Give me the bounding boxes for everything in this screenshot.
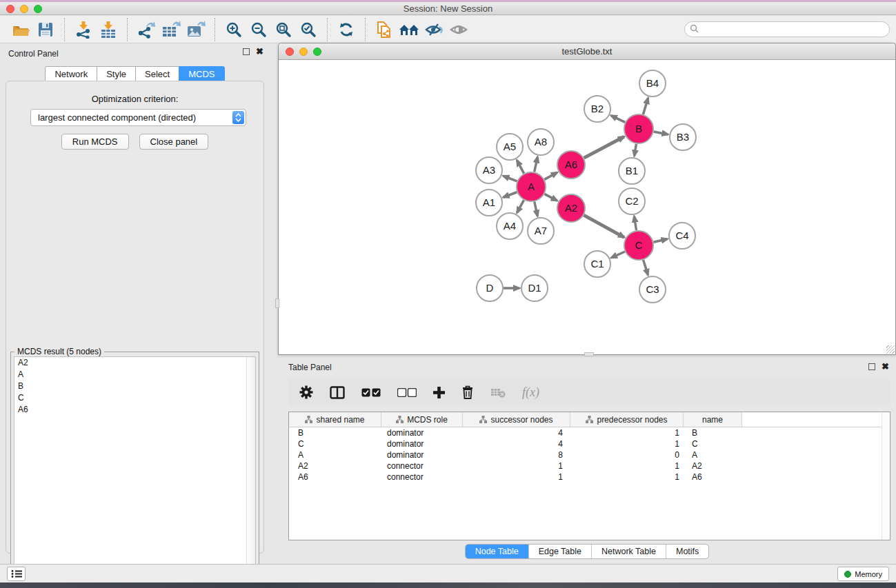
tab-network-table[interactable]: Network Table — [591, 545, 666, 558]
tab-node-table[interactable]: Node Table — [466, 545, 528, 558]
main-titlebar[interactable]: Session: New Session — [0, 2, 896, 15]
close-panel-icon[interactable]: ✖ — [256, 48, 263, 55]
close-panel-button[interactable]: Close panel — [139, 134, 209, 150]
list-scrollbar[interactable] — [246, 357, 255, 582]
edge-A-A3[interactable] — [503, 176, 517, 181]
edge-B-B3[interactable] — [654, 132, 668, 134]
criterion-dropdown[interactable]: largest connected component (directed) — [30, 109, 246, 126]
table-cell[interactable]: connector — [381, 472, 463, 482]
edge-A-A8[interactable] — [535, 157, 538, 172]
splitter-handle-bottom[interactable] — [584, 352, 594, 356]
table-options-button[interactable] — [299, 385, 313, 399]
zoom-in-button[interactable] — [221, 19, 246, 41]
table-row[interactable]: Adominator80A — [289, 449, 890, 460]
column-header-MCDS-role[interactable]: MCDS role — [381, 412, 463, 427]
table-cell[interactable]: C — [289, 439, 381, 449]
tab-edge-table[interactable]: Edge Table — [528, 545, 591, 558]
tab-style[interactable]: Style — [97, 66, 136, 82]
edge-C-C1[interactable] — [611, 252, 625, 258]
float-panel-icon[interactable] — [243, 48, 250, 55]
create-column-button[interactable] — [433, 387, 445, 398]
delete-table-button[interactable] — [490, 387, 506, 398]
result-item[interactable]: A2 — [14, 357, 255, 369]
table-row[interactable]: A6connector11A6 — [289, 472, 890, 483]
result-item[interactable]: B — [14, 381, 255, 392]
column-header-shared-name[interactable]: shared name — [289, 412, 381, 427]
function-builder-button[interactable]: f(x) — [522, 385, 539, 400]
table-row[interactable]: Cdominator41C — [289, 438, 890, 449]
result-item[interactable]: A6 — [14, 404, 255, 416]
tab-select[interactable]: Select — [135, 66, 179, 82]
column-header-predecessor-nodes[interactable]: predecessor nodes — [570, 412, 684, 427]
tab-network[interactable]: Network — [45, 66, 97, 82]
new-network-from-selection-button[interactable] — [372, 19, 397, 41]
edge-B-B2[interactable] — [611, 116, 625, 123]
task-history-button[interactable] — [7, 567, 26, 581]
show-column-button[interactable] — [330, 386, 345, 399]
table-cell[interactable]: 1 — [570, 428, 684, 438]
open-session-button[interactable] — [8, 19, 33, 41]
save-session-button[interactable] — [33, 19, 58, 41]
edge-C-C3[interactable] — [644, 260, 648, 275]
table-cell[interactable]: B — [289, 428, 381, 438]
zoom-selected-button[interactable] — [296, 19, 321, 41]
table-cell[interactable]: 4 — [463, 439, 570, 449]
table-cell[interactable]: dominator — [381, 428, 463, 438]
refresh-button[interactable] — [334, 19, 359, 41]
export-network-button[interactable] — [134, 19, 159, 41]
select-all-columns-button[interactable] — [361, 388, 381, 397]
resize-grip[interactable] — [886, 345, 895, 354]
tab-motifs[interactable]: Motifs — [666, 545, 708, 558]
edge-B-B1[interactable] — [635, 144, 637, 156]
table-cell[interactable]: A6 — [684, 472, 742, 482]
table-cell[interactable]: A — [684, 450, 742, 460]
first-neighbors-button[interactable] — [397, 19, 421, 41]
edge-A6-B[interactable] — [584, 136, 624, 158]
zoom-fit-button[interactable] — [271, 19, 296, 41]
zoom-out-button[interactable] — [246, 19, 271, 41]
search-input[interactable] — [684, 21, 890, 37]
table-cell[interactable]: 0 — [570, 450, 684, 460]
edge-C-C2[interactable] — [634, 216, 636, 231]
table-row[interactable]: A2connector11A2 — [289, 460, 890, 472]
export-table-button[interactable] — [159, 19, 183, 41]
tab-mcds[interactable]: MCDS — [179, 66, 224, 82]
edge-A-A5[interactable] — [517, 160, 524, 173]
import-table-button[interactable] — [96, 19, 121, 41]
edge-A-A4[interactable] — [517, 200, 524, 212]
edge-A-A2[interactable] — [544, 194, 557, 201]
mcds-result-list[interactable]: A2ABCA6 — [14, 356, 256, 582]
result-item[interactable]: A — [14, 369, 255, 381]
table-cell[interactable]: 1 — [463, 472, 570, 482]
export-image-button[interactable] — [183, 19, 208, 41]
import-network-button[interactable] — [71, 19, 96, 41]
splitter-handle-left[interactable] — [275, 298, 279, 308]
memory-button[interactable]: Memory — [837, 567, 889, 581]
table-cell[interactable]: 8 — [463, 450, 570, 460]
table-cell[interactable]: A — [289, 450, 381, 460]
table-cell[interactable]: 4 — [463, 428, 570, 438]
table-row[interactable]: Bdominator41B — [289, 427, 890, 438]
table-cell[interactable]: A6 — [289, 472, 381, 482]
table-cell[interactable]: A2 — [684, 461, 742, 471]
table-cell[interactable]: B — [684, 428, 742, 438]
edge-B-B4[interactable] — [643, 98, 648, 114]
table-scrollbar[interactable] — [882, 412, 890, 540]
close-table-panel-icon[interactable]: ✖ — [882, 363, 889, 370]
table-cell[interactable]: 1 — [570, 439, 684, 449]
network-canvas[interactable]: B4B2BB3A5A8A6B1A3AA1C2A2A4A7C4CC1C3DD1 — [279, 60, 895, 354]
run-mcds-button[interactable]: Run MCDS — [61, 134, 129, 150]
result-item[interactable]: C — [14, 392, 255, 404]
column-header-name[interactable]: name — [684, 412, 742, 427]
table-cell[interactable]: connector — [381, 461, 463, 471]
edge-C-C4[interactable] — [653, 239, 667, 242]
edge-A2-C[interactable] — [584, 215, 624, 237]
table-cell[interactable]: dominator — [381, 439, 463, 449]
edge-A-A1[interactable] — [504, 192, 517, 197]
delete-columns-button[interactable] — [461, 385, 474, 399]
column-header-successor-nodes[interactable]: successor nodes — [463, 412, 570, 427]
unselect-all-columns-button[interactable] — [397, 388, 417, 397]
show-graphics-details-button[interactable] — [446, 19, 471, 41]
float-table-panel-icon[interactable] — [868, 363, 875, 370]
table-cell[interactable]: 1 — [570, 472, 684, 482]
